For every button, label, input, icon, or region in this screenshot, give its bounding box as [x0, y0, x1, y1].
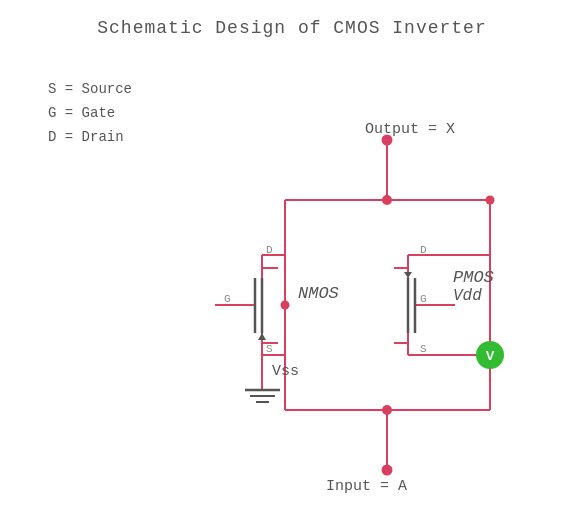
schematic-diagram: V NMOS PMOS Vdd Vss Output = X Input = A… [0, 0, 584, 509]
svg-point-37 [382, 465, 393, 476]
svg-text:V: V [486, 348, 495, 363]
svg-point-5 [382, 195, 392, 205]
svg-point-28 [281, 301, 290, 310]
vss-label: Vss [272, 363, 299, 380]
input-label: Input = A [326, 478, 407, 495]
nmos-d-label: D [266, 244, 273, 256]
nmos-g-label: G [224, 293, 231, 305]
pmos-d-label: D [420, 244, 427, 256]
pmos-s-label: S [420, 343, 427, 355]
output-label: Output = X [365, 121, 455, 138]
svg-marker-17 [258, 333, 266, 340]
vdd-label: Vdd [453, 287, 482, 305]
svg-point-38 [382, 135, 393, 146]
svg-marker-25 [404, 272, 412, 278]
pmos-label: PMOS [453, 268, 494, 287]
nmos-s-label: S [266, 343, 273, 355]
svg-point-35 [486, 196, 495, 205]
pmos-g-label: G [420, 293, 427, 305]
svg-point-7 [382, 405, 392, 415]
nmos-label: NMOS [298, 284, 339, 303]
